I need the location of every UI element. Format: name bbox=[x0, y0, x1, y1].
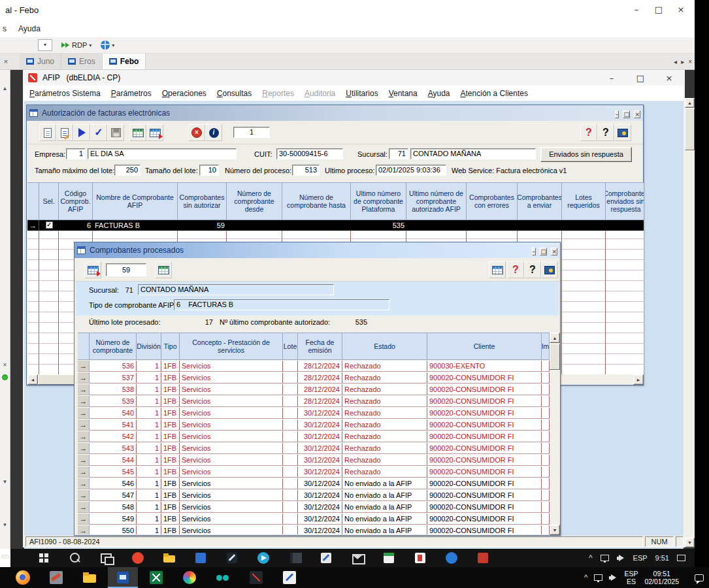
table-row[interactable]: →54511FBServicios30/12/2024Rechazado9000… bbox=[78, 466, 550, 478]
scroll-right-button[interactable]: ► bbox=[633, 374, 644, 385]
edit-button[interactable] bbox=[56, 124, 73, 141]
table-row[interactable]: →53811FBServicios28/12/2024Rechazado9000… bbox=[78, 384, 550, 396]
scroll-left-button[interactable]: ◄ bbox=[27, 374, 38, 385]
firefox-tile[interactable] bbox=[8, 567, 38, 588]
outer-minimize-button[interactable]: – bbox=[625, 1, 648, 18]
row-selector[interactable]: → bbox=[27, 220, 39, 231]
proc-maximize-button[interactable]: □ bbox=[540, 248, 547, 255]
teal-app-tile[interactable] bbox=[208, 567, 238, 588]
run-button[interactable] bbox=[73, 124, 90, 141]
exit-button[interactable] bbox=[614, 124, 631, 141]
blue-app-icon[interactable] bbox=[193, 551, 208, 565]
afip-minimize-button[interactable]: – bbox=[597, 70, 626, 87]
row-selector[interactable]: → bbox=[78, 419, 90, 431]
row-selector[interactable]: → bbox=[78, 490, 90, 501]
table-row[interactable]: →54411FBServicios30/12/2024Rechazado9000… bbox=[78, 455, 550, 466]
vertical-scrollbar[interactable]: ▲ ▼ bbox=[550, 333, 560, 535]
count-field[interactable]: 59 bbox=[106, 263, 146, 276]
ultimo-proceso-field[interactable]: 02/01/2025 9:03:36 bbox=[376, 165, 446, 176]
clock[interactable]: 9:51 bbox=[655, 554, 669, 562]
empresa-code-field[interactable]: 1 bbox=[66, 148, 86, 159]
menu-atencion-a-clientes[interactable]: Atención a Clientes bbox=[455, 89, 533, 98]
table-row[interactable]: →54311FBServicios30/12/2024Rechazado9000… bbox=[78, 443, 550, 455]
table-row[interactable]: →54111FBServicios30/12/2024Rechazado9000… bbox=[78, 419, 550, 431]
scroll-down-icon[interactable]: ▼ bbox=[0, 479, 10, 485]
excel-tile[interactable] bbox=[141, 567, 171, 588]
show-desktop-button[interactable] bbox=[677, 555, 685, 561]
pen-app-tile[interactable] bbox=[274, 567, 305, 588]
tab-febo[interactable]: Febo bbox=[103, 54, 146, 69]
scroll-up-button[interactable]: ▲ bbox=[685, 98, 695, 108]
scroll-up-icon[interactable]: ▲ bbox=[0, 86, 10, 91]
table-row[interactable]: →53911FBServicios28/12/2024Rechazado9000… bbox=[78, 396, 550, 408]
help-button[interactable]: ? bbox=[597, 124, 614, 141]
tab-close-button[interactable]: × bbox=[688, 58, 692, 65]
row-selector[interactable]: → bbox=[78, 514, 90, 525]
row-selector[interactable]: → bbox=[78, 443, 90, 454]
enviados-sin-respuesta-button[interactable]: Enviados sin respuesta bbox=[540, 147, 632, 162]
table-row[interactable]: →53611FBServicios28/12/2024Rechazado9000… bbox=[78, 361, 550, 372]
outer-maximize-button[interactable]: □ bbox=[648, 1, 670, 18]
clock[interactable]: 09:5102/01/2025 bbox=[644, 570, 679, 585]
auth-maximize-button[interactable]: □ bbox=[623, 110, 630, 118]
start-icon[interactable] bbox=[37, 551, 51, 565]
security-app-tile[interactable] bbox=[241, 567, 271, 588]
file-explorer-tile[interactable] bbox=[74, 567, 105, 588]
row-selector[interactable]: → bbox=[78, 361, 90, 372]
menu-item-cut[interactable]: s bbox=[3, 24, 7, 33]
tray-chevron-icon[interactable]: ^ bbox=[584, 574, 588, 581]
auth-titlebar[interactable]: Autorización de facturas electrónicas – … bbox=[27, 105, 643, 121]
scrollbar-thumb[interactable] bbox=[550, 344, 560, 370]
volume-icon[interactable] bbox=[609, 574, 618, 581]
afip-maximize-button[interactable]: □ bbox=[626, 70, 655, 87]
table-row[interactable]: →54811FBServicios30/12/2024No enviado a … bbox=[78, 502, 550, 514]
afip-close-button[interactable]: × bbox=[655, 70, 684, 87]
scroll-down-icon-2[interactable]: ▼ bbox=[0, 522, 10, 528]
action-center-icon[interactable] bbox=[695, 574, 704, 581]
blue-circle-app-icon[interactable] bbox=[444, 551, 459, 565]
table-row[interactable]: →54611FBServicios30/12/2024No enviado a … bbox=[78, 478, 550, 490]
scroll-down-button[interactable]: ▼ bbox=[685, 538, 695, 547]
dock-close-icon[interactable]: × bbox=[0, 361, 10, 368]
row-selector[interactable]: → bbox=[78, 478, 90, 489]
context-help-button[interactable]: ? bbox=[507, 261, 524, 278]
task-view-icon[interactable] bbox=[99, 551, 114, 565]
menu-reportes[interactable]: Reportes bbox=[257, 89, 299, 98]
grid-export-button[interactable] bbox=[146, 124, 163, 141]
menu-parametros[interactable]: Parámetros bbox=[106, 89, 157, 98]
table-row[interactable]: →54711FBServicios30/12/2024No enviado a … bbox=[78, 490, 550, 502]
help-button[interactable]: ? bbox=[524, 261, 541, 278]
export-button[interactable] bbox=[84, 261, 101, 278]
red-circle-app-icon[interactable] bbox=[131, 551, 145, 565]
proc-grid-body[interactable]: →53611FBServicios28/12/2024Rechazado9000… bbox=[78, 361, 550, 534]
cuit-field[interactable]: 30-50009415-6 bbox=[276, 148, 343, 159]
red-square-app-icon[interactable] bbox=[476, 551, 490, 565]
row-selector[interactable]: → bbox=[78, 466, 90, 478]
tab-juno[interactable]: Juno bbox=[20, 54, 61, 69]
network-icon[interactable] bbox=[594, 574, 602, 581]
search-icon[interactable] bbox=[68, 551, 82, 565]
menu-ayuda[interactable]: Ayuda bbox=[423, 89, 455, 98]
file-explorer-icon[interactable] bbox=[162, 551, 176, 565]
exit-button[interactable] bbox=[541, 261, 558, 278]
red-p-app-icon[interactable] bbox=[413, 551, 427, 565]
language-indicator[interactable]: ESPES bbox=[624, 570, 638, 585]
calendar-app-icon[interactable] bbox=[382, 551, 396, 565]
tab-eros[interactable]: Eros bbox=[61, 54, 103, 69]
save-button[interactable] bbox=[107, 124, 124, 141]
proc-minimize-button[interactable]: – bbox=[532, 248, 536, 255]
proc-titlebar[interactable]: Comprobantes procesados – □ × bbox=[74, 242, 560, 258]
table-button[interactable] bbox=[489, 261, 506, 278]
write-app-icon[interactable] bbox=[319, 551, 333, 565]
afip-titlebar[interactable]: AFIP (dbELDIA - CP) – □ × bbox=[23, 70, 685, 86]
menu-parametros-sistema[interactable]: Parámetros Sistema bbox=[24, 89, 106, 98]
row-selector[interactable]: → bbox=[78, 431, 90, 442]
row-selector[interactable]: → bbox=[78, 455, 90, 466]
rdp-protocol-select[interactable]: RDP ▾ bbox=[61, 41, 91, 49]
sucursal-code-field[interactable]: 71 bbox=[389, 148, 408, 159]
scroll-down-button[interactable]: ▼ bbox=[550, 525, 560, 535]
tab-scroll-left-icon[interactable]: ◂ bbox=[674, 58, 677, 65]
row-selector[interactable]: → bbox=[78, 372, 90, 384]
mail-app-icon[interactable] bbox=[350, 551, 365, 565]
row-selector[interactable]: → bbox=[78, 396, 90, 407]
